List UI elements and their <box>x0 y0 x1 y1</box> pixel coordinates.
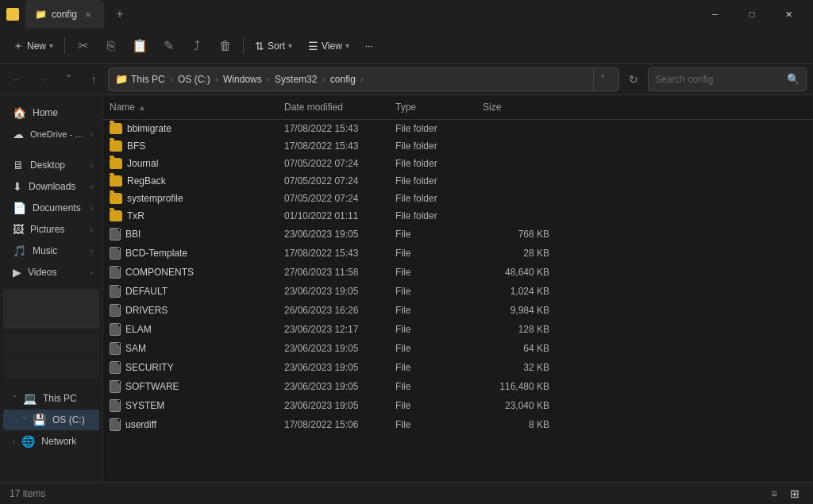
file-type: File <box>389 417 476 433</box>
sidebar-item-network[interactable]: › 🌐 Network <box>3 431 99 452</box>
minimize-button[interactable]: ─ <box>697 0 734 29</box>
forward-button[interactable]: → <box>32 68 54 90</box>
search-input[interactable] <box>655 74 784 85</box>
file-icon <box>110 247 121 260</box>
file-type: File <box>389 398 476 414</box>
new-dropdown-icon: ▾ <box>49 41 53 50</box>
file-name: systemprofile <box>103 190 278 206</box>
sidebar-item-osc[interactable]: ˅ 💾 OS (C:) <box>3 410 99 430</box>
delete-button[interactable]: 🗑 <box>213 33 238 59</box>
tab-config[interactable]: 📁 config ✕ <box>25 0 104 29</box>
statusbar: 17 items ≡ ⊞ <box>0 482 813 504</box>
search-box[interactable]: 🔍 <box>648 67 807 91</box>
table-row[interactable]: BFS 17/08/2022 15:43 File folder <box>103 137 813 155</box>
file-type: File <box>389 302 476 318</box>
sort-indicator: ▲ <box>138 103 146 112</box>
sidebar-item-thispc[interactable]: ˅ 💻 This PC <box>3 388 99 409</box>
file-date: 07/05/2022 07:24 <box>278 156 389 171</box>
new-button[interactable]: ＋ New ▾ <box>6 33 60 59</box>
details-view-button[interactable]: ≡ <box>765 485 783 502</box>
file-size <box>476 144 556 148</box>
add-tab-button[interactable]: + <box>107 2 133 27</box>
breadcrumb-osc[interactable]: OS (C:) <box>178 74 210 85</box>
breadcrumb-config[interactable]: config <box>330 74 356 85</box>
sidebar-item-videos[interactable]: ▶ Videos › <box>3 262 99 283</box>
rename-button[interactable]: ✎ <box>156 33 181 59</box>
sidebar-item-onedrive[interactable]: ☁ OneDrive - Persona › <box>3 124 99 144</box>
address-bar[interactable]: 📁 This PC › OS (C:) › Windows › System32… <box>108 67 619 91</box>
file-name: ELAM <box>103 321 278 338</box>
downloads-icon: ⬇ <box>13 180 22 193</box>
more-button[interactable]: ··· <box>359 33 380 59</box>
up-button[interactable]: ↑ <box>83 68 105 90</box>
table-row[interactable]: ELAM 23/06/2023 12:17 File 128 KB <box>103 320 813 339</box>
file-date: 01/10/2022 01:11 <box>278 208 389 224</box>
table-row[interactable]: bbimigrate 17/08/2022 15:43 File folder <box>103 120 813 137</box>
table-row[interactable]: DRIVERS 26/06/2023 16:26 File 9,984 KB <box>103 301 813 320</box>
file-name: SECURITY <box>103 359 278 376</box>
table-row[interactable]: BCD-Template 17/08/2022 15:43 File 28 KB <box>103 244 813 263</box>
file-type: File folder <box>389 190 476 206</box>
expand-icon: › <box>91 204 93 213</box>
table-row[interactable]: SYSTEM 23/06/2023 19:05 File 23,040 KB <box>103 396 813 415</box>
file-type: File folder <box>389 138 476 154</box>
table-row[interactable]: DEFAULT 23/06/2023 19:05 File 1,024 KB <box>103 282 813 301</box>
file-date: 23/06/2023 19:05 <box>278 283 389 299</box>
view-button[interactable]: ☰ View ▾ <box>302 33 356 59</box>
sidebar-item-pictures[interactable]: 🖼 Pictures › <box>3 219 99 240</box>
table-row[interactable]: SOFTWARE 23/06/2023 19:05 File 116,480 K… <box>103 377 813 396</box>
table-row[interactable]: Journal 07/05/2022 07:24 File folder <box>103 155 813 172</box>
maximize-button[interactable]: □ <box>734 0 770 29</box>
column-date[interactable]: Date modified <box>278 98 389 116</box>
sidebar-item-downloads[interactable]: ⬇ Downloads › <box>3 176 99 197</box>
tab-bar: 📁 config ✕ + <box>25 0 691 29</box>
table-row[interactable]: BBI 23/06/2023 19:05 File 768 KB <box>103 225 813 244</box>
file-date: 26/06/2023 16:26 <box>278 302 389 318</box>
breadcrumb-thispc[interactable]: This PC <box>131 74 165 85</box>
back-button[interactable]: ← <box>6 68 29 90</box>
file-size <box>476 196 556 201</box>
paste-button[interactable]: 📋 <box>127 33 152 59</box>
sidebar: 🏠 Home ☁ OneDrive - Persona › 🖥 Desktop … <box>0 95 103 482</box>
table-row[interactable]: SECURITY 23/06/2023 19:05 File 32 KB <box>103 358 813 377</box>
breadcrumb-system32[interactable]: System32 <box>275 74 317 85</box>
sidebar-thumbnail-2 <box>3 335 99 355</box>
file-date: 07/05/2022 07:24 <box>278 173 389 189</box>
table-row[interactable]: TxR 01/10/2022 01:11 File folder <box>103 207 813 225</box>
file-type: File folder <box>389 121 476 137</box>
file-size: 32 KB <box>476 360 556 375</box>
file-icon <box>110 399 121 412</box>
sidebar-item-documents[interactable]: 📄 Documents › <box>3 198 99 218</box>
sidebar-item-desktop[interactable]: 🖥 Desktop › <box>3 155 99 175</box>
copy-button[interactable]: ⎘ <box>98 33 124 59</box>
sidebar-item-music[interactable]: 🎵 Music › <box>3 240 99 261</box>
breadcrumb-windows[interactable]: Windows <box>223 74 262 85</box>
cut-button[interactable]: ✂ <box>70 33 95 59</box>
sidebar-item-home[interactable]: 🏠 Home <box>3 102 99 123</box>
grid-view-button[interactable]: ⊞ <box>786 485 803 502</box>
file-date: 23/06/2023 19:05 <box>278 226 389 242</box>
close-button[interactable]: ✕ <box>770 0 807 29</box>
view-icon: ☰ <box>308 40 318 52</box>
new-icon: ＋ <box>13 39 24 53</box>
file-name: DRIVERS <box>103 302 278 319</box>
column-name[interactable]: Name ▲ <box>103 98 278 116</box>
table-row[interactable]: userdiff 17/08/2022 15:06 File 8 KB <box>103 415 813 434</box>
share-button[interactable]: ⤴ <box>184 33 210 59</box>
dropdown-button[interactable]: ˅ <box>57 68 79 90</box>
table-row[interactable]: SAM 23/06/2023 19:05 File 64 KB <box>103 339 813 358</box>
window-controls: ─ □ ✕ <box>697 0 807 29</box>
file-type: File <box>389 360 476 375</box>
table-row[interactable]: RegBack 07/05/2022 07:24 File folder <box>103 172 813 190</box>
file-date: 23/06/2023 19:05 <box>278 398 389 414</box>
column-type[interactable]: Type <box>389 98 476 116</box>
file-date: 17/08/2022 15:43 <box>278 245 389 261</box>
sort-button[interactable]: ⇅ Sort ▾ <box>249 33 299 59</box>
tab-close-button[interactable]: ✕ <box>82 8 94 21</box>
table-row[interactable]: systemprofile 07/05/2022 07:24 File fold… <box>103 190 813 207</box>
table-row[interactable]: COMPONENTS 27/06/2023 11:58 File 48,640 … <box>103 263 813 282</box>
address-dropdown-button[interactable]: ˅ <box>593 68 612 90</box>
file-icon <box>110 285 121 298</box>
column-size[interactable]: Size <box>476 98 556 116</box>
refresh-button[interactable]: ↻ <box>622 68 645 90</box>
